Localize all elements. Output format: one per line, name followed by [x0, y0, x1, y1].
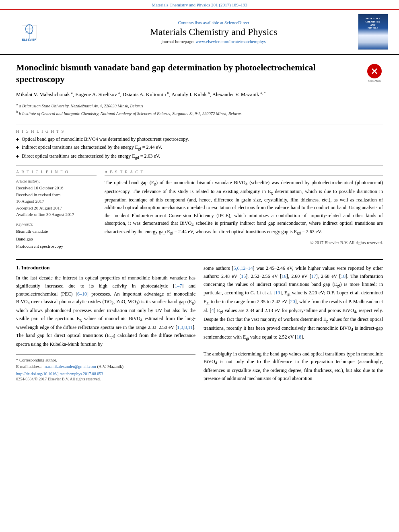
authors-section: Mikalai V. Malashchonak a, Eugene A. Str… [16, 90, 360, 99]
homepage-url[interactable]: www.elsevier.com/locate/matchemphys [195, 39, 266, 44]
ref-6-10[interactable]: 6–10 [77, 291, 87, 297]
journal-header-center: Contents lists available at ScienceDirec… [72, 20, 355, 44]
received-date: Received 16 October 2016 [16, 185, 97, 191]
article-history-group: Article history: Received 16 October 201… [16, 179, 97, 218]
ref-5-6-12-14[interactable]: 5,6,12–14 [234, 265, 253, 271]
corresponding-author-note: * Corresponding author. [16, 357, 195, 364]
keyword-2: Band gap [16, 235, 97, 243]
highlight-2: Indirect optical transitions are charact… [16, 144, 383, 152]
intro-right-text: some authors [5,6,12–14] was 2.45–2.46 e… [204, 265, 383, 383]
abstract-text: The optical band gap (Eg) of the monocli… [105, 179, 383, 236]
cover-title: MATERIALSCHEMISTRYANDPHYSICS [366, 17, 380, 30]
ref-18b[interactable]: 18 [296, 334, 301, 340]
journal-header-right: MATERIALSCHEMISTRYANDPHYSICS [355, 14, 391, 50]
article-info-abstract: A R T I C L E I N F O Article history: R… [16, 170, 383, 254]
article-title-text: Monoclinic bismuth vanadate band gap det… [16, 62, 360, 121]
journal-title: Materials Chemistry and Physics [72, 27, 355, 37]
divider-2 [16, 165, 383, 166]
highlight-3: Direct optical transitions are character… [16, 153, 383, 160]
ref-1-7[interactable]: 1–7 [175, 283, 182, 289]
sciencedirect-link[interactable]: ScienceDirect [224, 20, 249, 25]
journal-cover-thumbnail: MATERIALSCHEMISTRYANDPHYSICS [358, 14, 388, 50]
doi-link[interactable]: http://dx.doi.org/10.1016/j.matchemphys.… [16, 372, 195, 376]
ref-16[interactable]: 16 [282, 273, 286, 279]
footnote-section: * Corresponding author. E-mail address: … [16, 354, 195, 381]
keyword-1: Bismuth vanadate [16, 228, 97, 235]
highlights-heading: H I G H L I G H T S [16, 129, 383, 134]
article-info-column: A R T I C L E I N F O Article history: R… [16, 170, 97, 254]
accepted-date: Accepted 20 August 2017 [16, 205, 97, 212]
highlight-1: Optical band gap of monoclinic BiVO4 was… [16, 136, 383, 143]
issn-line: 0254-0584/© 2017 Elsevier B.V. All right… [16, 377, 195, 381]
abstract-column: A B S T R A C T The optical band gap (Eg… [105, 170, 383, 254]
keywords-list: Bismuth vanadate Band gap Photocurrent s… [16, 228, 97, 250]
crossmark-badge[interactable]: CrossMark [366, 64, 383, 82]
bottom-divider [16, 259, 383, 260]
crossmark-icon [367, 64, 382, 78]
ref-15[interactable]: 15 [241, 273, 246, 279]
elsevier-logo: ELSEVIER [18, 22, 62, 42]
intro-heading: 1. Introduction [16, 265, 195, 271]
contents-line: Contents lists available at ScienceDirec… [72, 20, 355, 25]
affiliations: a a Belarusian State University, Nezalež… [16, 102, 360, 117]
ref-20[interactable]: 20 [290, 299, 295, 304]
abstract-heading: A B S T R A C T [105, 170, 383, 176]
affiliation-a: a a Belarusian State University, Nezalež… [16, 102, 360, 109]
divider-1 [16, 125, 383, 125]
article-history-label: Article history: [16, 179, 97, 183]
article-title: Monoclinic bismuth vanadate band gap det… [16, 62, 360, 85]
keywords-label: Keywords: [16, 222, 97, 226]
intro-right-col: some authors [5,6,12–14] was 2.45–2.46 e… [204, 265, 383, 383]
authors-text: Mikalai V. Malashchonak a, Eugene A. Str… [16, 91, 266, 97]
journal-top-bar: Materials Chemistry and Physics 201 (201… [0, 0, 399, 10]
available-date: Available online 30 August 2017 [16, 211, 97, 218]
article-content: Monoclinic bismuth vanadate band gap det… [0, 55, 399, 390]
highlights-section: H I G H L I G H T S Optical band gap of … [16, 129, 383, 161]
svg-text:ELSEVIER: ELSEVIER [22, 38, 37, 41]
revised-date: 16 August 2017 [16, 198, 97, 205]
introduction-section: 1. Introduction In the last decade the i… [16, 265, 383, 383]
crossmark-label: CrossMark [368, 79, 380, 82]
affiliation-b: b b Institute of General and Inorganic C… [16, 109, 360, 117]
copyright-line: © 2017 Elsevier B.V. All rights reserved… [105, 240, 383, 245]
journal-header: ELSEVIER Contents lists available at Sci… [0, 10, 399, 55]
article-title-section: Monoclinic bismuth vanadate band gap det… [16, 62, 383, 121]
ref-4[interactable]: 4 [212, 308, 214, 313]
author-email[interactable]: mazanikalexander@gmail.com [43, 364, 96, 369]
page-wrapper: Materials Chemistry and Physics 201 (201… [0, 0, 399, 532]
keywords-group: Keywords: Bismuth vanadate Band gap Phot… [16, 222, 97, 250]
ref-1-3-8-11[interactable]: 1,3,8,11 [177, 325, 193, 330]
revised-label: Received in revised form [16, 191, 97, 198]
intro-left-col: 1. Introduction In the last decade the i… [16, 265, 195, 383]
email-note: E-mail address: mazanikalexander@gmail.c… [16, 364, 195, 370]
ref-17[interactable]: 17 [311, 273, 316, 279]
intro-left-text: In the last decade the interest in optic… [16, 274, 195, 348]
journal-citation: Materials Chemistry and Physics 201 (201… [152, 2, 247, 7]
keyword-3: Photocurrent spectroscopy [16, 242, 97, 250]
homepage-line: journal homepage: www.elsevier.com/locat… [72, 39, 355, 44]
ref-19[interactable]: 19 [275, 290, 280, 296]
article-info-heading: A R T I C L E I N F O [16, 170, 97, 176]
ref-18[interactable]: 18 [341, 273, 346, 279]
journal-header-left: ELSEVIER [8, 22, 72, 42]
